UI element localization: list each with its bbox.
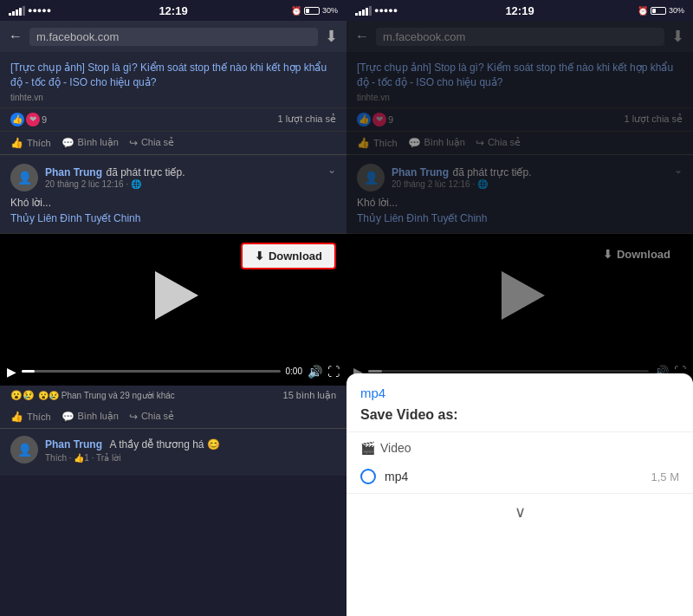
right-right-status: ⏰ 30% [638,6,684,16]
right-panel: ●●●●● 12:19 ⏰ 30% ← m.facebook.com ⬇ [Tr… [346,0,693,616]
right-time: 12:19 [505,4,534,17]
volume-icon[interactable]: 🔊 [308,365,322,379]
left-post-item: 👤 Phan Trung đã phát trực tiếp. 20 tháng… [0,155,346,234]
signal-bars [9,6,25,16]
option-size: 1,5 M [651,470,679,483]
download-button[interactable]: ⬇ Download [241,243,336,269]
footer-reactions: 😮😢 😮😢 Phan Trung và 29 người khác [10,390,175,401]
footer-comments: 15 bình luận [283,390,336,401]
right-alarm-icon: ⏰ [638,6,648,16]
right-post-action-text: đã phát trực tiếp. [452,166,531,178]
fullscreen-icon[interactable]: ⛶ [327,365,340,379]
right-poster-name: Phan Trung [392,166,449,178]
right-download-button: ⬇ Download [591,243,683,266]
left-post-body: Khó lời... [10,197,336,209]
right-share-button[interactable]: ↪ Chia sẻ [476,137,521,149]
footer-reactions-text: 😮😢 Phan Trung và 29 người khác [38,391,175,400]
left-right-status: ⏰ 30% [291,6,338,16]
comment-header: 👤 Phan Trung A thầy dễ thương há 😊 Thích… [10,436,336,464]
comment-body: Phan Trung A thầy dễ thương há 😊 Thích ·… [45,436,336,463]
right-comment-button[interactable]: 💬 Bình luận [408,137,465,149]
right-article-header: [Trực chụp ảnh] Stop là gì? Kiểm soát st… [346,52,693,108]
chevron-right-icon: ⌄ [327,164,336,176]
right-video-main: ⬇ Download [346,234,693,358]
like-button[interactable]: 👍 Thích [10,137,51,149]
like-button-2[interactable]: 👍 Thích [10,411,51,423]
progress-bar[interactable] [22,370,281,373]
right-reactions: 👍 ❤ 9 1 lượt chia sẻ [346,108,693,132]
right-like-icon: 👍 [357,137,370,149]
share-button[interactable]: ↪ Chia sẻ [129,137,174,149]
battery [304,7,320,15]
post-action-text: đã phát trực tiếp. [106,166,185,178]
video-controls: ▶ 0:00 🔊 ⛶ [0,358,346,386]
comment-label-2: Bình luận [78,411,119,422]
comment-icon-2: 💬 [62,411,74,423]
left-article-title: [Trực chụp ảnh] Stop là gì? Kiểm soát st… [10,61,336,90]
right-progress-bar [368,370,649,373]
left-status-icons: ●●●●● [9,6,51,16]
poster-name: Phan Trung [45,166,102,178]
right-like-button[interactable]: 👍 Thích [357,137,398,149]
chevron-down-icon: ∨ [515,503,526,521]
right-battery-percent: 30% [669,6,684,15]
dialog-mp4-option[interactable]: mp4 1,5 M [346,460,693,493]
left-video-player[interactable]: ⬇ Download ▶ 0:00 🔊 ⛶ [0,234,346,386]
right-back-button[interactable]: ← [355,29,369,44]
left-time: 12:19 [159,4,187,17]
play-button[interactable] [155,271,198,320]
commenter-name: Phan Trung [45,438,102,451]
right-status-bar: ●●●●● 12:19 ⏰ 30% [346,0,693,21]
right-carrier-dots: ●●●●● [374,6,398,15]
right-signal-bars [355,6,372,16]
left-post-meta: Phan Trung đã phát trực tiếp. 20 tháng 2… [45,164,321,189]
url-field[interactable]: m.facebook.com [29,28,318,46]
right-comment-label: Bình luận [424,137,465,148]
share-icon-2: ↪ [129,411,138,423]
post-link[interactable]: Thủy Liên Đình Tuyết Chinh [10,212,336,224]
like-icon-2: 👍 [10,411,23,423]
comment-button-2[interactable]: 💬 Bình luận [62,411,119,423]
left-article-source: tinhte.vn [10,93,336,102]
right-download-label: Download [617,248,670,261]
video-file-icon: 🎬 [360,441,375,455]
carrier-dots: ●●●●● [28,6,51,15]
left-reactions: 👍 ❤ 9 1 lượt chia sẻ [0,108,346,132]
left-article-header: [Trực chụp ảnh] Stop là gì? Kiểm soát st… [0,52,346,108]
download-icon-bar[interactable]: ⬇ [325,27,338,46]
post-time: 20 tháng 2 lúc 12:16 · 🌐 [45,179,321,189]
right-love-emoji: ❤ [372,113,386,126]
right-progress-fill [368,370,382,373]
right-post-link[interactable]: Thủy Liên Đình Tuyết Chinh [357,212,683,224]
back-button[interactable]: ← [9,29,23,44]
comment-meta: Thích · 👍1 · Trả lời [45,453,336,463]
share-count: 1 lượt chia sẻ [278,113,336,125]
right-share-count: 1 lượt chia sẻ [625,113,683,125]
radio-button[interactable] [360,469,376,484]
save-dialog: mp4 Save Video as: 🎬 Video mp4 1,5 M ∨ [346,373,693,616]
comment-button[interactable]: 💬 Bình luận [62,137,119,149]
right-download-icon-bar[interactable]: ⬇ [671,27,684,46]
right-post-body: Khó lời... [357,197,683,209]
footer-emoji: 😮😢 [10,390,35,401]
like-icon: 👍 [10,137,23,149]
right-post-actions: 👍 Thích 💬 Bình luận ↪ Chia sẻ [346,132,693,155]
download-label: Download [269,250,322,263]
right-comment-icon: 💬 [408,137,421,149]
right-post-time: 20 tháng 2 lúc 12:16 · 🌐 [392,179,667,189]
love-emoji: ❤ [26,113,40,126]
time-display: 0:00 [286,366,302,376]
left-post-actions: 👍 Thích 💬 Bình luận ↪ Chia sẻ [0,132,346,155]
share-button-2[interactable]: ↪ Chia sẻ [129,411,174,423]
comment-icon: 💬 [62,137,74,149]
dialog-expand-chevron[interactable]: ∨ [346,493,693,530]
option-label: mp4 [385,470,642,483]
video-main[interactable]: ⬇ Download [0,234,346,358]
right-chevron-right-icon: ⌄ [674,164,683,176]
alarm-icon: ⏰ [291,6,301,16]
right-download-icon: ⬇ [603,248,612,261]
right-url-field[interactable]: m.facebook.com [376,28,664,46]
right-status-icons: ●●●●● [355,6,398,16]
like-label: Thích [27,138,51,148]
play-ctrl-icon[interactable]: ▶ [7,365,16,379]
